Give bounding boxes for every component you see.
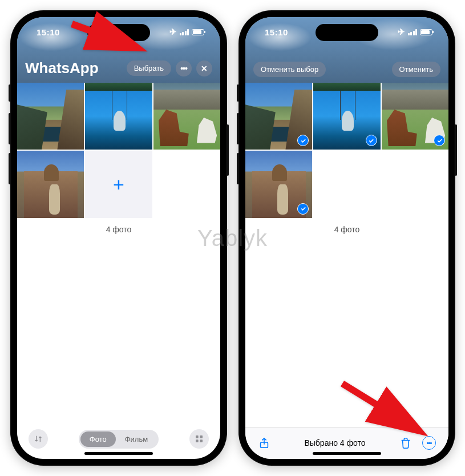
status-indicators: ✈︎ (398, 27, 433, 37)
mute-switch (237, 84, 239, 102)
status-time: 15:10 (265, 27, 288, 37)
svg-rect-3 (200, 439, 203, 442)
power-button (455, 124, 457, 176)
volume-up (9, 113, 11, 144)
selected-check-icon (366, 135, 377, 146)
photo-thumb[interactable] (85, 83, 152, 150)
add-photo-button[interactable]: + (85, 151, 152, 217)
grid-icon (195, 434, 204, 443)
close-button[interactable]: ✕ (196, 60, 212, 76)
photo-grid (245, 83, 448, 218)
photo-grid: + (17, 83, 220, 218)
dynamic-island (87, 24, 150, 41)
share-icon (258, 437, 270, 449)
svg-rect-2 (196, 439, 199, 442)
svg-rect-0 (196, 435, 199, 438)
photo-thumb[interactable] (153, 83, 220, 150)
seg-film[interactable]: Фильм (116, 431, 157, 447)
dynamic-island (316, 24, 378, 41)
status-indicators: ✈︎ (169, 27, 205, 37)
airplane-icon: ✈︎ (398, 27, 405, 37)
photo-thumb[interactable] (17, 151, 84, 217)
power-button (227, 124, 229, 176)
trash-icon (399, 437, 412, 449)
wifi-icon (180, 29, 189, 35)
home-indicator[interactable] (313, 452, 381, 455)
share-button[interactable] (258, 437, 270, 449)
status-time: 15:10 (37, 27, 60, 37)
album-title: WhatsApp (25, 59, 122, 77)
more-actions-button[interactable]: ••• (422, 436, 436, 450)
photo-thumb[interactable] (245, 83, 312, 150)
home-indicator[interactable] (84, 452, 153, 455)
volume-down (237, 153, 239, 184)
photo-thumb[interactable] (382, 83, 448, 150)
sort-icon (34, 434, 43, 443)
plus-icon: + (113, 174, 124, 196)
battery-icon (420, 29, 432, 35)
phone-left: 15:10 ✈︎ WhatsApp Выбрать ••• ✕ (10, 10, 227, 466)
svg-rect-1 (200, 435, 203, 438)
more-icon: ••• (427, 439, 432, 446)
sort-button[interactable] (29, 429, 48, 449)
volume-down (9, 153, 11, 184)
photo-thumb[interactable] (245, 151, 312, 217)
wifi-icon (408, 29, 418, 35)
selected-count-label: Выбрано 4 фото (304, 438, 365, 447)
airplane-icon: ✈︎ (169, 27, 177, 37)
volume-up (237, 113, 239, 144)
photo-count: 4 фото (17, 218, 220, 241)
select-button[interactable]: Выбрать (127, 60, 171, 76)
mute-switch (9, 84, 11, 102)
view-segmented-control: Фото Фильм (79, 430, 159, 449)
photo-count: 4 фото (245, 218, 448, 241)
deselect-button[interactable]: Отменить выбор (253, 62, 326, 77)
battery-icon (192, 29, 204, 35)
selected-check-icon (297, 203, 309, 215)
phone-right: 15:10 ✈︎ Отменить выбор Отменить (238, 10, 455, 466)
more-button[interactable]: ••• (176, 60, 192, 76)
photo-thumb[interactable] (313, 83, 380, 150)
aspect-grid-button[interactable] (189, 429, 209, 449)
cancel-button[interactable]: Отменить (392, 62, 440, 77)
photo-thumb[interactable] (17, 83, 84, 150)
seg-photo[interactable]: Фото (80, 431, 116, 447)
trash-button[interactable] (399, 437, 412, 449)
